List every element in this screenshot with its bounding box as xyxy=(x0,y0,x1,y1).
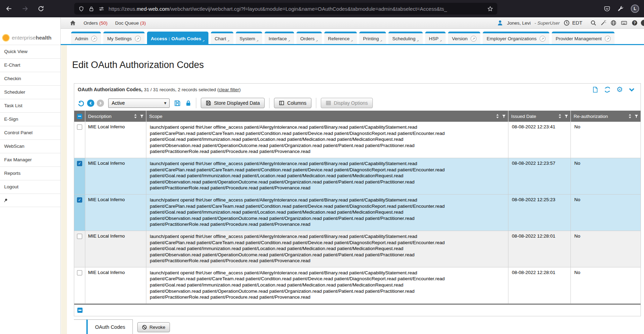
help-icon[interactable]: ? xyxy=(632,20,638,26)
sidebar-item-e-sign[interactable]: E-Sign xyxy=(0,113,60,126)
keyboard-icon[interactable] xyxy=(620,20,628,26)
search-icon[interactable] xyxy=(590,20,596,26)
permissions-icon[interactable] xyxy=(98,6,104,12)
list-summary-suffix: ) xyxy=(239,87,241,92)
sort-icon[interactable] xyxy=(628,114,632,119)
sidebar-pin-row[interactable] xyxy=(0,194,60,207)
col-description[interactable]: Description xyxy=(85,111,146,122)
lock-icon[interactable] xyxy=(88,6,94,12)
col-issued-date[interactable]: Issued Date xyxy=(508,111,571,122)
row-checkbox[interactable] xyxy=(77,270,82,275)
tab-label: My Settings xyxy=(107,36,132,41)
tab-system[interactable]: System ↗ xyxy=(236,32,263,44)
url-text[interactable]: https://zeus.med-web.com/webchart/wctlev… xyxy=(109,6,483,12)
prev-icon[interactable] xyxy=(87,100,94,107)
display-options-button[interactable]: Display Options xyxy=(321,98,373,108)
refresh-icon[interactable] xyxy=(604,86,611,93)
user-name[interactable]: Jones, Levi xyxy=(507,20,531,26)
table-row[interactable]: ✓ MIE Local Inferno launch/patient openi… xyxy=(74,195,641,231)
lock-blue-icon[interactable] xyxy=(185,100,191,107)
shield-icon[interactable] xyxy=(78,6,84,12)
home-icon[interactable] xyxy=(70,20,76,26)
tab-my-settings[interactable]: My Settings ↗ xyxy=(103,32,145,44)
columns-icon xyxy=(279,100,284,106)
select-all-icon[interactable] xyxy=(77,114,82,119)
save-icon[interactable] xyxy=(174,100,181,107)
app-logo[interactable]: enterprisehealth xyxy=(0,17,60,45)
sidebar-item-reports[interactable]: Reports xyxy=(0,167,60,180)
sidebar-item-logout[interactable]: Logout xyxy=(0,180,60,194)
url-bar[interactable]: https://zeus.med-web.com/webchart/wctlev… xyxy=(74,3,497,15)
popout-icon[interactable]: ↗ xyxy=(135,36,141,42)
clear-filter-link[interactable]: clear filter xyxy=(219,87,239,92)
popout-icon[interactable]: ↗ xyxy=(605,36,611,42)
back-icon[interactable] xyxy=(6,5,12,12)
tab-admin[interactable]: Admin ↗ xyxy=(71,32,101,44)
next-icon[interactable] xyxy=(97,100,104,107)
sidebar-item-quick-view[interactable]: Quick View xyxy=(0,45,60,59)
popout-icon[interactable]: ↗ xyxy=(91,36,97,42)
col-scope[interactable]: Scope xyxy=(146,111,508,122)
sidebar-item-e-chart[interactable]: E-Chart xyxy=(0,59,60,72)
select-all-icon[interactable] xyxy=(77,308,83,313)
orders-link[interactable]: Orders (50) xyxy=(84,20,108,26)
filter-icon[interactable] xyxy=(564,114,568,119)
tab-access-oauth-codes[interactable]: Access : OAuth Codes ↗ xyxy=(147,32,208,44)
sidebar-item-scheduler[interactable]: Scheduler xyxy=(0,86,60,99)
filter-icon[interactable] xyxy=(502,114,506,119)
gear-icon[interactable]: ⚙ xyxy=(616,86,623,93)
sidebar-item-webscan[interactable]: WebScan xyxy=(0,140,60,153)
table-row[interactable]: MIE Local Inferno launch/patient openid … xyxy=(74,231,641,267)
logo-text-light: enterprise xyxy=(12,35,36,41)
new-doc-icon[interactable] xyxy=(592,86,599,93)
tab-provider-management[interactable]: Provider Management ↗ xyxy=(552,32,615,44)
status-filter-select[interactable]: Active ▼ xyxy=(108,99,170,108)
pocket-icon[interactable] xyxy=(604,6,610,12)
sidebar-item-task-list[interactable]: Task List xyxy=(0,99,60,113)
sort-icon[interactable] xyxy=(134,114,137,119)
doc-queue-link[interactable]: Doc Queue (3) xyxy=(115,20,146,26)
popout-icon[interactable]: ↗ xyxy=(471,36,476,42)
table-row[interactable]: MIE Local Inferno launch/patient openid … xyxy=(74,267,641,304)
browser-chrome: https://zeus.med-web.com/webchart/wctlev… xyxy=(0,0,644,17)
forward-icon[interactable] xyxy=(22,5,28,12)
wand-icon[interactable] xyxy=(600,20,607,26)
tab-oauth-codes[interactable]: OAuth Codes xyxy=(86,319,133,334)
sort-icon[interactable] xyxy=(496,114,499,119)
row-checkbox[interactable]: ✓ xyxy=(77,161,82,166)
sidebar-item-fax-manager[interactable]: Fax Manager xyxy=(0,153,60,167)
tools-icon[interactable] xyxy=(617,6,624,12)
tab-reference[interactable]: Reference ↗ xyxy=(324,32,357,44)
tab-printing[interactable]: Printing ↗ xyxy=(359,32,386,44)
clock-icon[interactable] xyxy=(564,20,570,26)
tab-orders[interactable]: Orders ↗ xyxy=(297,32,322,44)
row-checkbox[interactable]: ✓ xyxy=(77,197,82,203)
row-checkbox[interactable] xyxy=(77,234,82,239)
sidebar-item-control-panel[interactable]: Control Panel xyxy=(0,126,60,140)
bookmark-star-icon[interactable] xyxy=(487,6,493,12)
sidebar-item-checkin[interactable]: Checkin xyxy=(0,72,60,86)
table-row[interactable]: ✓ MIE Local Inferno launch/patient openi… xyxy=(74,158,641,195)
sort-icon[interactable] xyxy=(558,114,562,119)
tab-version[interactable]: Version ↗ xyxy=(448,32,480,44)
reload-icon[interactable] xyxy=(37,5,44,12)
columns-button[interactable]: Columns xyxy=(274,98,311,108)
oauth-codes-panel: OAuth Authorization Codes, 31 / 31 recor… xyxy=(74,83,641,316)
tab-chart[interactable]: Chart ↗ xyxy=(211,32,233,44)
account-avatar[interactable]: L xyxy=(631,5,639,13)
revoke-button[interactable]: Revoke xyxy=(137,322,170,332)
tab-interface[interactable]: Interface ↗ xyxy=(265,32,294,44)
tab-scheduling[interactable]: Scheduling ↗ xyxy=(388,32,423,44)
popout-icon[interactable]: ↗ xyxy=(540,36,546,42)
tab-employer-organizations[interactable]: Employer Organizations ↗ xyxy=(483,32,549,44)
filter-icon[interactable] xyxy=(140,114,144,119)
collapse-icon[interactable] xyxy=(628,86,635,93)
store-displayed-data-button[interactable]: Store Displayed Data xyxy=(201,98,265,108)
undo-icon[interactable] xyxy=(77,100,85,107)
filter-icon[interactable] xyxy=(634,114,638,119)
table-row[interactable]: MIE Local Inferno launch/patient openid … xyxy=(74,122,641,158)
row-checkbox[interactable] xyxy=(77,125,82,130)
globe-icon[interactable] xyxy=(610,20,617,26)
tab-hsp[interactable]: HSP ↗ xyxy=(425,32,446,44)
col-reauthorization[interactable]: Re-authorization xyxy=(571,111,641,122)
